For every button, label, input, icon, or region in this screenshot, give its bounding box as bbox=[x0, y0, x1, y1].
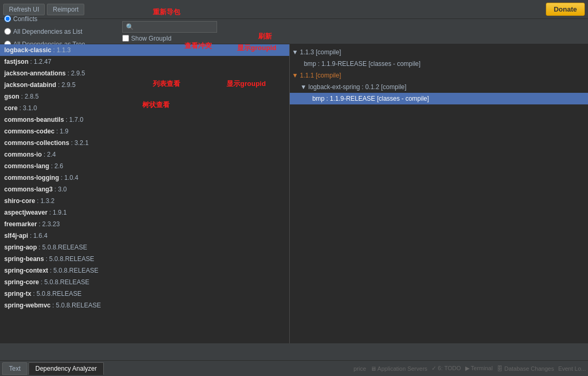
dependency-list-item[interactable]: spring-aop : 5.0.8.RELEASE bbox=[0, 242, 289, 253]
dependency-list-item[interactable]: spring-context : 5.0.8.RELEASE bbox=[0, 265, 289, 276]
bottom-tabs: Text Dependency Analyzer price 🖥 Applica… bbox=[0, 360, 588, 376]
tree-node[interactable]: ▼ 1.1.1 [compile] bbox=[290, 70, 588, 81]
dependency-list-item[interactable]: commons-lang : 2.6 bbox=[0, 160, 289, 172]
tree-node[interactable]: ▼ logback-ext-spring : 0.1.2 [compile] bbox=[290, 81, 588, 93]
toolbar: Refresh UI Reimport Donate bbox=[0, 0, 588, 19]
donate-button[interactable]: Donate bbox=[546, 3, 585, 16]
dependency-list-item[interactable]: fastjson : 1.2.47 bbox=[0, 56, 289, 68]
main-content: logback-classic : 1.1.3fastjson : 1.2.47… bbox=[0, 44, 588, 343]
all-list-radio-row[interactable]: All Dependencies as List bbox=[4, 26, 85, 37]
all-list-label[interactable]: All Dependencies as List bbox=[13, 28, 82, 35]
dependency-list-item[interactable]: commons-beanutils : 1.7.0 bbox=[0, 114, 289, 126]
show-groupid-label[interactable]: Show GroupId bbox=[131, 35, 172, 42]
status-price: price bbox=[354, 365, 366, 372]
dependency-list-item[interactable]: shiro-core : 1.3.2 bbox=[0, 195, 289, 207]
tree-node[interactable]: ▼ 1.1.3 [compile] bbox=[290, 46, 588, 58]
dependency-list-item[interactable]: commons-logging : 1.0.4 bbox=[0, 172, 289, 184]
dependency-list-item[interactable]: spring-core : 5.0.8.RELEASE bbox=[0, 276, 289, 288]
conflicts-radio[interactable] bbox=[4, 15, 11, 22]
dependency-list-item[interactable]: commons-lang3 : 3.0 bbox=[0, 184, 289, 195]
status-terminal: ▶ Terminal bbox=[465, 365, 493, 372]
status-todo: ✓ 6: TODO bbox=[432, 365, 461, 372]
status-event-log: Event Lo... bbox=[558, 365, 586, 372]
dependency-list-item[interactable]: commons-io : 2.4 bbox=[0, 149, 289, 160]
dependency-list-item[interactable]: slf4j-api : 1.6.4 bbox=[0, 230, 289, 242]
dependency-list-item[interactable]: commons-codec : 1.9 bbox=[0, 126, 289, 137]
dependency-list-item[interactable]: jackson-annotations : 2.9.5 bbox=[0, 68, 289, 79]
all-list-radio[interactable] bbox=[4, 28, 11, 35]
dependency-list-item[interactable]: core : 3.1.0 bbox=[0, 102, 289, 114]
status-db-changes: 🗄 Database Changes bbox=[497, 365, 554, 372]
dependency-list-item[interactable]: spring-webmvc : 5.0.8.RELEASE bbox=[0, 300, 289, 311]
status-app-servers: 🖥 Application Servers bbox=[370, 365, 427, 372]
dependency-list-item[interactable]: logback-classic : 1.1.3 bbox=[0, 44, 289, 56]
dependency-list-item[interactable]: gson : 2.8.5 bbox=[0, 91, 289, 102]
dependency-list-item[interactable]: aspectjweaver : 1.9.1 bbox=[0, 207, 289, 218]
dependency-tree[interactable]: ▼ 1.1.3 [compile] bmp : 1.1.9-RELEASE [c… bbox=[290, 44, 588, 343]
dependency-list-item[interactable]: commons-collections : 3.2.1 bbox=[0, 137, 289, 149]
search-input[interactable] bbox=[122, 21, 217, 33]
conflicts-label[interactable]: Conflicts bbox=[13, 15, 37, 23]
tab-text[interactable]: Text bbox=[2, 362, 27, 375]
conflicts-radio-row[interactable]: Conflicts bbox=[4, 13, 85, 25]
controls-row: Conflicts All Dependencies as List All D… bbox=[0, 19, 588, 44]
tab-dependency-analyzer[interactable]: Dependency Analyzer bbox=[28, 362, 104, 375]
status-bar: price 🖥 Application Servers ✓ 6: TODO ▶ … bbox=[354, 365, 586, 372]
show-groupid-checkbox[interactable] bbox=[122, 35, 129, 42]
dependency-list-item[interactable]: jackson-databind : 2.9.5 bbox=[0, 79, 289, 91]
dependency-list-item[interactable]: freemarker : 2.3.23 bbox=[0, 218, 289, 230]
dependency-list-item[interactable]: spring-tx : 5.0.8.RELEASE bbox=[0, 288, 289, 300]
tree-node[interactable]: bmp : 1.1.9-RELEASE [classes - compile] bbox=[290, 93, 588, 104]
dependency-list[interactable]: logback-classic : 1.1.3fastjson : 1.2.47… bbox=[0, 44, 290, 343]
tree-node[interactable]: bmp : 1.1.9-RELEASE [classes - compile] bbox=[290, 58, 588, 70]
dependency-list-item[interactable]: spring-beans : 5.0.8.RELEASE bbox=[0, 253, 289, 265]
show-groupid-checkbox-row[interactable]: Show GroupId bbox=[122, 35, 217, 42]
